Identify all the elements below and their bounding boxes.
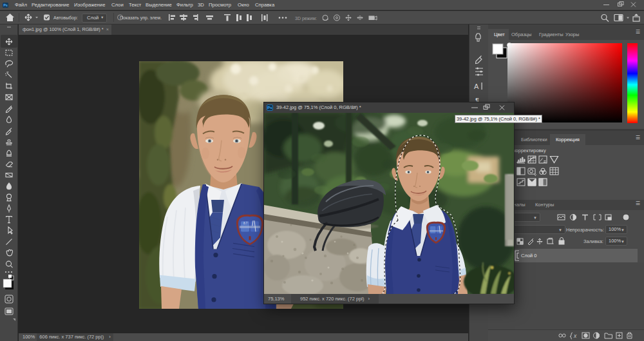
svg-text:x: x — [573, 333, 577, 339]
svg-text:8.7: 8.7 — [243, 222, 248, 225]
svg-text:A: A — [474, 83, 479, 90]
svg-text:3D режим:: 3D режим: — [295, 16, 317, 21]
